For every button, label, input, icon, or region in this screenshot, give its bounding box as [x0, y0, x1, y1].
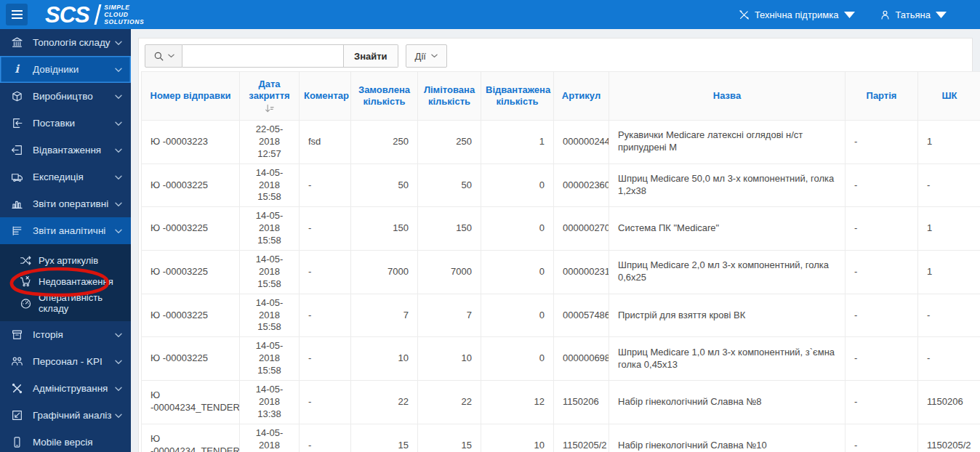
cell-limited: 150 [418, 207, 481, 251]
table-row[interactable]: Ю -0000322514-05-201815:58-7000700000000… [142, 251, 980, 294]
cell-limited: 10 [418, 337, 481, 381]
info-icon: i [9, 64, 24, 75]
cell-sku: 000002360 [554, 164, 609, 207]
column-header-label: Номер відправки [150, 90, 231, 101]
sidebar-item-administration[interactable]: Адміністрування [0, 375, 131, 402]
actions-dropdown[interactable]: Дії [406, 44, 447, 68]
sidebar-item-supplies[interactable]: Поставки [0, 110, 131, 137]
column-header-ordered[interactable]: Замовлена кількість [351, 72, 418, 121]
sidebar-item-warehouse-topology[interactable]: Топологія складу [0, 29, 131, 56]
search-input[interactable] [182, 44, 344, 68]
cell-comment: - [300, 337, 351, 381]
cell-batch: - [846, 164, 918, 207]
logo-subtitle: SIMPLE CLOUD SOLUTIONS [104, 4, 144, 26]
cell-sku: 1150206 [554, 381, 609, 424]
wrench-screwdriver-icon [739, 9, 750, 20]
sidebar-item-label: Топологія складу [33, 37, 115, 48]
cell-barcode: 1 [918, 121, 980, 164]
sidebar-item-expedition[interactable]: Експедиція [0, 164, 131, 190]
actions-label: Дії [415, 51, 426, 62]
column-header-limited[interactable]: Лімітована кількість [418, 72, 481, 121]
cell-ordered: 50 [351, 164, 418, 207]
chevron-down-icon [115, 171, 122, 182]
cell-ordered: 7000 [351, 251, 418, 294]
column-header-date[interactable]: Дата закриття [240, 72, 300, 121]
cell-name: Рукавички Medicare латексні оглядові н/с… [609, 121, 846, 164]
cell-number: Ю -00003225 [142, 164, 240, 207]
sidebar-subitem-warehouse-efficiency[interactable]: Оперативність складу [0, 292, 131, 314]
sidebar-subitem-article-movement[interactable]: Рух артикулів [0, 250, 131, 271]
cell-name: Шприц Medicare 50,0 мл 3-х компонентний,… [609, 164, 846, 207]
toolbar: Знайти Дії [141, 44, 970, 71]
cell-sku: 000000270 [554, 207, 609, 251]
column-header-shipped[interactable]: Відвантажена кількість [481, 72, 554, 121]
find-button[interactable]: Знайти [344, 44, 398, 68]
sidebar-item-label: Звіти оперативні [33, 198, 115, 209]
column-header-batch[interactable]: Партія [846, 72, 918, 121]
user-menu[interactable]: Татьяна [880, 9, 947, 20]
phone-icon [9, 436, 24, 448]
chevron-down-icon [115, 198, 122, 209]
column-header-label: Артикул [562, 90, 601, 101]
sidebar-item-analytical-reports[interactable]: Звіти аналітичні [0, 217, 131, 244]
sidebar-subitem-label: Недовантаження [39, 276, 113, 287]
chevron-down-icon [115, 91, 122, 102]
sidebar-item-production[interactable]: Виробництво [0, 83, 131, 110]
cell-shipped: 0 [481, 251, 554, 294]
chevron-down-icon [115, 383, 122, 394]
cell-shipped: 0 [481, 294, 554, 337]
cell-name: Шприц Medicare 2,0 мл 3-х компонентний, … [609, 251, 846, 294]
sidebar-item-graphic-analysis[interactable]: Графічний аналіз [0, 402, 131, 429]
cell-number: Ю -00004234_TENDER [142, 381, 240, 424]
hamburger-menu-button[interactable] [6, 4, 28, 25]
table-row[interactable]: Ю -00004234_TENDER14-05-201813:38-151510… [142, 424, 980, 452]
cell-batch: - [846, 424, 918, 452]
column-header-number[interactable]: Номер відправки [142, 72, 240, 121]
supplies-icon [9, 117, 24, 129]
column-header-label: Партія [867, 90, 897, 101]
sidebar-subitem-label: Оперативність складу [39, 292, 125, 314]
cell-number: Ю -00003223 [142, 121, 240, 164]
chevron-down-icon [115, 64, 122, 75]
sidebar-item-directories[interactable]: iДовідники [0, 56, 131, 83]
sidebar-item-operational-reports[interactable]: Звіти оперативні [0, 190, 131, 217]
sidebar-item-label: Виробництво [33, 91, 115, 102]
report-card: Знайти Дії Номер відправкиДата закриттяК… [138, 38, 973, 452]
cell-sku: 000057486 [554, 294, 609, 337]
table-row[interactable]: Ю -00004234_TENDER14-05-201813:38-222212… [142, 381, 980, 424]
cell-limited: 15 [418, 424, 481, 452]
column-header-label: Замовлена кількість [358, 84, 410, 107]
cell-date-value: 14-05-2018 [249, 297, 290, 322]
sidebar-item-staff-kpi[interactable]: Персонал - KPI [0, 348, 131, 375]
cell-barcode: 1150206 [918, 381, 980, 424]
sidebar-item-mobile-version[interactable]: Mobile версія [0, 429, 131, 452]
tech-support-menu[interactable]: Технічна підтримка [739, 9, 855, 20]
column-header-name[interactable]: Назва [609, 72, 846, 121]
logo-slash [94, 4, 100, 25]
sidebar-subitem-label: Рух артикулів [39, 255, 98, 266]
sidebar-item-label: Персонал - KPI [33, 356, 115, 367]
table-row[interactable]: Ю -0000322514-05-201815:58-770000057486П… [142, 294, 980, 337]
sidebar-item-shipments[interactable]: Відвантаження [0, 137, 131, 164]
column-header-sku[interactable]: Артикул [554, 72, 609, 121]
cell-comment: fsd [300, 121, 351, 164]
chevron-down-icon [115, 329, 122, 340]
table-row[interactable]: Ю -0000322514-05-201815:58-5050000000236… [142, 164, 980, 207]
table-row[interactable]: Ю -0000322514-05-201815:58-1501500000000… [142, 207, 980, 251]
cell-shipped: 12 [481, 381, 554, 424]
table-row[interactable]: Ю -0000322514-05-201815:58-1010000000069… [142, 337, 980, 381]
logo-text: SCS [45, 4, 89, 26]
table-row[interactable]: Ю -0000322322-05-201812:57fsd25025010000… [142, 121, 980, 164]
sidebar-item-label: Mobile версія [33, 437, 122, 448]
column-header-comment[interactable]: Коментар [300, 72, 351, 121]
cell-limited: 250 [418, 121, 481, 164]
cell-date-value: 14-05-2018 [249, 427, 290, 452]
sidebar-item-history[interactable]: Історія [0, 321, 131, 348]
cell-date: 14-05-201815:58 [240, 164, 300, 207]
sidebar-subitem-underloading[interactable]: Недовантаження [0, 271, 131, 292]
cell-sku: 000000698 [554, 337, 609, 381]
search-scope-dropdown[interactable] [145, 44, 182, 68]
chevron-down-icon [115, 145, 122, 156]
cell-comment: - [300, 207, 351, 251]
column-header-barcode[interactable]: ШК [918, 72, 980, 121]
